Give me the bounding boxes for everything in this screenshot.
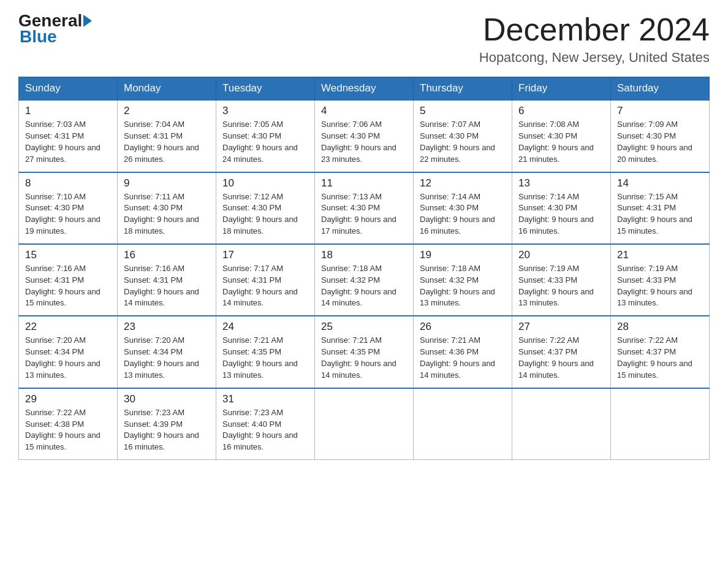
calendar-cell: 14 Sunrise: 7:15 AMSunset: 4:31 PMDaylig… — [611, 172, 710, 244]
calendar-cell: 18 Sunrise: 7:18 AMSunset: 4:32 PMDaylig… — [315, 244, 414, 316]
weekday-header-sunday: Sunday — [19, 77, 118, 101]
day-info: Sunrise: 7:20 AMSunset: 4:34 PMDaylight:… — [25, 335, 111, 381]
day-number: 8 — [25, 177, 111, 190]
weekday-header-thursday: Thursday — [414, 77, 512, 101]
day-info: Sunrise: 7:13 AMSunset: 4:30 PMDaylight:… — [321, 191, 407, 237]
calendar-cell: 6 Sunrise: 7:08 AMSunset: 4:30 PMDayligh… — [512, 100, 611, 172]
day-number: 14 — [617, 177, 703, 190]
day-number: 4 — [321, 105, 407, 117]
calendar-cell: 28 Sunrise: 7:22 AMSunset: 4:37 PMDaylig… — [611, 316, 710, 388]
calendar-cell: 12 Sunrise: 7:14 AMSunset: 4:30 PMDaylig… — [414, 172, 512, 244]
calendar-cell: 16 Sunrise: 7:16 AMSunset: 4:31 PMDaylig… — [118, 244, 216, 316]
calendar-week-5: 29 Sunrise: 7:22 AMSunset: 4:38 PMDaylig… — [19, 388, 710, 460]
day-number: 13 — [518, 177, 604, 190]
day-info: Sunrise: 7:20 AMSunset: 4:34 PMDaylight:… — [124, 335, 210, 381]
day-info: Sunrise: 7:21 AMSunset: 4:35 PMDaylight:… — [222, 335, 308, 381]
day-info: Sunrise: 7:14 AMSunset: 4:30 PMDaylight:… — [518, 191, 604, 237]
day-info: Sunrise: 7:15 AMSunset: 4:31 PMDaylight:… — [617, 191, 703, 237]
calendar-cell: 3 Sunrise: 7:05 AMSunset: 4:30 PMDayligh… — [216, 100, 315, 172]
calendar-cell: 7 Sunrise: 7:09 AMSunset: 4:30 PMDayligh… — [611, 100, 710, 172]
calendar-cell: 19 Sunrise: 7:18 AMSunset: 4:32 PMDaylig… — [414, 244, 512, 316]
day-info: Sunrise: 7:18 AMSunset: 4:32 PMDaylight:… — [420, 263, 506, 309]
day-number: 1 — [25, 105, 111, 117]
calendar-cell: 30 Sunrise: 7:23 AMSunset: 4:39 PMDaylig… — [118, 388, 216, 460]
weekday-header-tuesday: Tuesday — [216, 77, 315, 101]
day-number: 28 — [617, 321, 703, 333]
day-info: Sunrise: 7:22 AMSunset: 4:37 PMDaylight:… — [518, 335, 604, 381]
calendar-cell — [611, 388, 710, 460]
day-info: Sunrise: 7:23 AMSunset: 4:40 PMDaylight:… — [222, 407, 308, 453]
day-info: Sunrise: 7:21 AMSunset: 4:35 PMDaylight:… — [321, 335, 407, 381]
day-number: 24 — [222, 321, 308, 333]
day-number: 26 — [420, 321, 506, 333]
weekday-header-friday: Friday — [512, 77, 611, 101]
day-info: Sunrise: 7:07 AMSunset: 4:30 PMDaylight:… — [420, 119, 506, 165]
day-info: Sunrise: 7:16 AMSunset: 4:31 PMDaylight:… — [25, 263, 111, 309]
day-number: 15 — [25, 249, 111, 261]
day-number: 29 — [25, 393, 111, 405]
day-number: 27 — [518, 321, 604, 333]
day-info: Sunrise: 7:11 AMSunset: 4:30 PMDaylight:… — [124, 191, 210, 237]
calendar-cell: 13 Sunrise: 7:14 AMSunset: 4:30 PMDaylig… — [512, 172, 611, 244]
day-number: 3 — [222, 105, 308, 117]
day-info: Sunrise: 7:23 AMSunset: 4:39 PMDaylight:… — [124, 407, 210, 453]
day-info: Sunrise: 7:12 AMSunset: 4:30 PMDaylight:… — [222, 191, 308, 237]
month-title: December 2024 — [479, 12, 710, 47]
day-info: Sunrise: 7:10 AMSunset: 4:30 PMDaylight:… — [25, 191, 111, 237]
day-number: 22 — [25, 321, 111, 333]
calendar-cell: 9 Sunrise: 7:11 AMSunset: 4:30 PMDayligh… — [118, 172, 216, 244]
calendar-cell: 17 Sunrise: 7:17 AMSunset: 4:31 PMDaylig… — [216, 244, 315, 316]
day-info: Sunrise: 7:22 AMSunset: 4:38 PMDaylight:… — [25, 407, 111, 453]
weekday-header-row: SundayMondayTuesdayWednesdayThursdayFrid… — [19, 77, 710, 101]
weekday-header-wednesday: Wednesday — [315, 77, 414, 101]
calendar-cell: 15 Sunrise: 7:16 AMSunset: 4:31 PMDaylig… — [19, 244, 118, 316]
calendar-cell: 10 Sunrise: 7:12 AMSunset: 4:30 PMDaylig… — [216, 172, 315, 244]
day-number: 21 — [617, 249, 703, 261]
day-number: 12 — [420, 177, 506, 190]
calendar-cell — [315, 388, 414, 460]
calendar-week-1: 1 Sunrise: 7:03 AMSunset: 4:31 PMDayligh… — [19, 100, 710, 172]
day-number: 5 — [420, 105, 506, 117]
calendar-cell: 31 Sunrise: 7:23 AMSunset: 4:40 PMDaylig… — [216, 388, 315, 460]
day-number: 18 — [321, 249, 407, 261]
day-number: 17 — [222, 249, 308, 261]
calendar-table: SundayMondayTuesdayWednesdayThursdayFrid… — [18, 77, 710, 460]
calendar-cell: 24 Sunrise: 7:21 AMSunset: 4:35 PMDaylig… — [216, 316, 315, 388]
calendar-cell: 1 Sunrise: 7:03 AMSunset: 4:31 PMDayligh… — [19, 100, 118, 172]
calendar-week-3: 15 Sunrise: 7:16 AMSunset: 4:31 PMDaylig… — [19, 244, 710, 316]
calendar-cell: 4 Sunrise: 7:06 AMSunset: 4:30 PMDayligh… — [315, 100, 414, 172]
logo-arrow-icon — [83, 15, 92, 27]
day-info: Sunrise: 7:16 AMSunset: 4:31 PMDaylight:… — [124, 263, 210, 309]
calendar-cell: 5 Sunrise: 7:07 AMSunset: 4:30 PMDayligh… — [414, 100, 512, 172]
day-info: Sunrise: 7:04 AMSunset: 4:31 PMDaylight:… — [124, 119, 210, 165]
calendar-cell: 21 Sunrise: 7:19 AMSunset: 4:33 PMDaylig… — [611, 244, 710, 316]
calendar-cell: 27 Sunrise: 7:22 AMSunset: 4:37 PMDaylig… — [512, 316, 611, 388]
day-number: 20 — [518, 249, 604, 261]
calendar-week-2: 8 Sunrise: 7:10 AMSunset: 4:30 PMDayligh… — [19, 172, 710, 244]
day-info: Sunrise: 7:14 AMSunset: 4:30 PMDaylight:… — [420, 191, 506, 237]
page-header: General Blue December 2024 Hopatcong, Ne… — [18, 12, 710, 66]
calendar-cell: 11 Sunrise: 7:13 AMSunset: 4:30 PMDaylig… — [315, 172, 414, 244]
day-number: 30 — [124, 393, 210, 405]
calendar-cell: 20 Sunrise: 7:19 AMSunset: 4:33 PMDaylig… — [512, 244, 611, 316]
day-number: 31 — [222, 393, 308, 405]
day-number: 11 — [321, 177, 407, 190]
day-number: 16 — [124, 249, 210, 261]
day-info: Sunrise: 7:03 AMSunset: 4:31 PMDaylight:… — [25, 119, 111, 165]
calendar-cell: 2 Sunrise: 7:04 AMSunset: 4:31 PMDayligh… — [118, 100, 216, 172]
weekday-header-saturday: Saturday — [611, 77, 710, 101]
day-info: Sunrise: 7:19 AMSunset: 4:33 PMDaylight:… — [518, 263, 604, 309]
logo: General Blue — [18, 12, 93, 47]
calendar-cell: 8 Sunrise: 7:10 AMSunset: 4:30 PMDayligh… — [19, 172, 118, 244]
calendar-cell — [512, 388, 611, 460]
title-block: December 2024 Hopatcong, New Jersey, Uni… — [479, 12, 710, 66]
day-number: 7 — [617, 105, 703, 117]
day-info: Sunrise: 7:17 AMSunset: 4:31 PMDaylight:… — [222, 263, 308, 309]
calendar-cell: 22 Sunrise: 7:20 AMSunset: 4:34 PMDaylig… — [19, 316, 118, 388]
location-title: Hopatcong, New Jersey, United States — [479, 50, 710, 66]
day-info: Sunrise: 7:08 AMSunset: 4:30 PMDaylight:… — [518, 119, 604, 165]
day-number: 6 — [518, 105, 604, 117]
weekday-header-monday: Monday — [118, 77, 216, 101]
day-number: 9 — [124, 177, 210, 190]
day-number: 10 — [222, 177, 308, 190]
